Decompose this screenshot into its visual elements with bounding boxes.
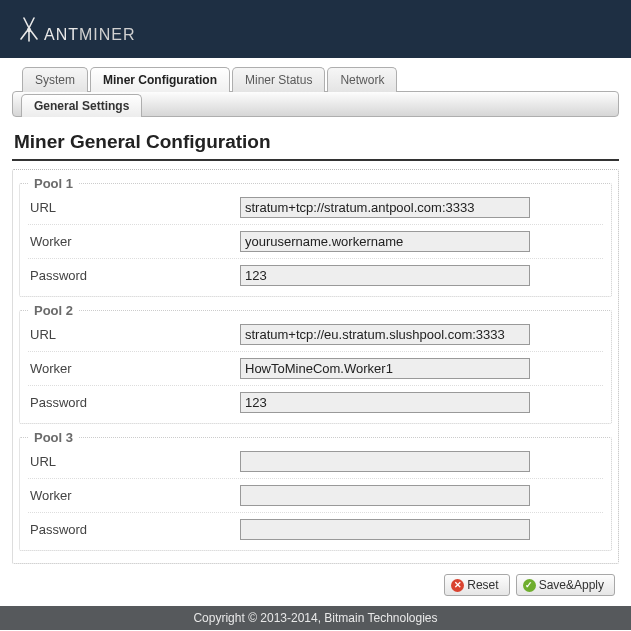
pool-3-worker-input[interactable] xyxy=(240,485,530,506)
subtab-general-settings[interactable]: General Settings xyxy=(21,94,142,117)
pool-3-legend: Pool 3 xyxy=(28,430,79,445)
secondary-tab-bar: General Settings xyxy=(12,91,619,117)
reset-icon: ✕ xyxy=(451,579,464,592)
pool-3-fieldset: Pool 3 URL Worker Password xyxy=(19,430,612,551)
pool-2-legend: Pool 2 xyxy=(28,303,79,318)
pool-3-password-input[interactable] xyxy=(240,519,530,540)
action-buttons: ✕ Reset ✓ Save&Apply xyxy=(12,564,619,602)
pool-1-fieldset: Pool 1 URL Worker Password xyxy=(19,176,612,297)
pool-1-password-label: Password xyxy=(30,268,240,283)
title-divider xyxy=(12,159,619,161)
tab-miner-status[interactable]: Miner Status xyxy=(232,67,325,92)
pool-2-worker-label: Worker xyxy=(30,361,240,376)
pool-2-worker-input[interactable] xyxy=(240,358,530,379)
pool-2-password-input[interactable] xyxy=(240,392,530,413)
save-apply-button[interactable]: ✓ Save&Apply xyxy=(516,574,615,596)
check-icon: ✓ xyxy=(523,579,536,592)
pool-3-password-label: Password xyxy=(30,522,240,537)
footer: Copyright © 2013-2014, Bitmain Technolog… xyxy=(0,606,631,630)
antminer-icon xyxy=(18,14,40,42)
pool-2-fieldset: Pool 2 URL Worker Password xyxy=(19,303,612,424)
pool-1-password-input[interactable] xyxy=(240,265,530,286)
pool-3-worker-label: Worker xyxy=(30,488,240,503)
tab-network[interactable]: Network xyxy=(327,67,397,92)
pool-1-url-label: URL xyxy=(30,200,240,215)
app-header: ANTMINER xyxy=(0,0,631,58)
pool-3-url-label: URL xyxy=(30,454,240,469)
brand-logo: ANTMINER xyxy=(18,14,136,44)
brand-text: ANTMINER xyxy=(44,26,136,44)
primary-tabs: System Miner Configuration Miner Status … xyxy=(12,66,619,91)
pool-1-legend: Pool 1 xyxy=(28,176,79,191)
pool-1-url-input[interactable] xyxy=(240,197,530,218)
pool-2-password-label: Password xyxy=(30,395,240,410)
tab-miner-configuration[interactable]: Miner Configuration xyxy=(90,67,230,92)
pool-2-url-input[interactable] xyxy=(240,324,530,345)
pool-1-worker-input[interactable] xyxy=(240,231,530,252)
main-content: System Miner Configuration Miner Status … xyxy=(0,58,631,606)
page-title: Miner General Configuration xyxy=(14,131,617,153)
pool-1-worker-label: Worker xyxy=(30,234,240,249)
config-panel: Pool 1 URL Worker Password Pool 2 URL Wo… xyxy=(12,169,619,564)
tab-system[interactable]: System xyxy=(22,67,88,92)
reset-button-label: Reset xyxy=(467,578,498,592)
pool-3-url-input[interactable] xyxy=(240,451,530,472)
pool-2-url-label: URL xyxy=(30,327,240,342)
reset-button[interactable]: ✕ Reset xyxy=(444,574,509,596)
save-apply-button-label: Save&Apply xyxy=(539,578,604,592)
